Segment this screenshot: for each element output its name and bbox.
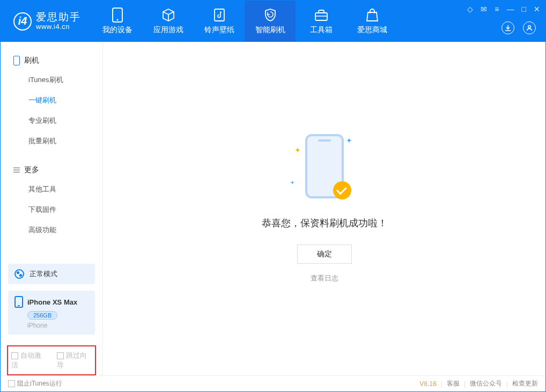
sidebar-group-more: 更多 xyxy=(1,161,102,179)
sidebar: 刷机 iTunes刷机 一键刷机 专业刷机 批量刷机 更多 其他工具 下载固件 … xyxy=(1,42,102,375)
header-actions xyxy=(501,21,536,34)
status-card[interactable]: 正常模式 xyxy=(8,264,95,284)
tab-toolbox[interactable]: 工具箱 xyxy=(296,1,346,42)
download-icon[interactable] xyxy=(501,21,514,34)
sidebar-item-advanced[interactable]: 高级功能 xyxy=(1,220,102,240)
user-icon[interactable] xyxy=(523,21,536,34)
sidebar-item-itunes-flash[interactable]: iTunes刷机 xyxy=(1,70,102,90)
close-button[interactable]: ✕ xyxy=(534,5,540,13)
titlebar-controls: ◇ ✉ ≡ — □ ✕ xyxy=(467,5,540,13)
skin-icon[interactable]: ◇ xyxy=(467,5,473,13)
sidebar-item-oneclick-flash[interactable]: 一键刷机 xyxy=(1,90,102,110)
group-title: 刷机 xyxy=(24,56,39,65)
version-label: V8.16 xyxy=(419,380,436,388)
support-link[interactable]: 客服 xyxy=(447,379,460,388)
list-icon xyxy=(13,167,20,173)
tab-label: 我的设备 xyxy=(102,25,132,35)
device-phone-icon xyxy=(14,296,23,308)
sidebar-item-download-firmware[interactable]: 下载固件 xyxy=(1,199,102,220)
cube-icon xyxy=(161,8,176,23)
group-title: 更多 xyxy=(24,165,39,175)
svg-rect-2 xyxy=(215,9,224,21)
success-illustration: ✦ ✦ ✦ xyxy=(287,134,362,204)
feedback-icon[interactable]: ✉ xyxy=(481,5,487,13)
app-logo: i4 爱思助手 www.i4.cn xyxy=(1,12,88,31)
logo-icon: i4 xyxy=(13,12,32,31)
sidebar-item-pro-flash[interactable]: 专业刷机 xyxy=(1,110,102,131)
app-url: www.i4.cn xyxy=(36,23,81,31)
checkbox-auto-activate[interactable]: 自动激活 xyxy=(11,351,46,370)
tab-label: 应用游戏 xyxy=(153,25,183,35)
menu-icon[interactable]: ≡ xyxy=(495,5,499,13)
sparkle-icon: ✦ xyxy=(346,136,352,145)
device-icon xyxy=(110,8,125,23)
checkmark-badge-icon xyxy=(333,181,351,199)
wechat-link[interactable]: 微信公众号 xyxy=(470,379,502,388)
device-name: iPhone XS Max xyxy=(27,298,77,306)
view-log-link[interactable]: 查看日志 xyxy=(311,273,338,283)
mode-icon xyxy=(14,269,24,279)
storage-badge: 256GB xyxy=(27,311,57,320)
status-mode: 正常模式 xyxy=(29,269,57,279)
maximize-button[interactable]: □ xyxy=(522,5,526,13)
bag-icon xyxy=(365,8,380,23)
tab-label: 智能刷机 xyxy=(255,25,285,35)
confirm-button[interactable]: 确定 xyxy=(297,245,352,264)
phone-outline-icon xyxy=(13,56,20,65)
sidebar-item-batch-flash[interactable]: 批量刷机 xyxy=(1,131,102,151)
device-type: iPhone xyxy=(27,322,88,329)
tab-store[interactable]: 爱思商城 xyxy=(346,1,397,42)
sparkle-icon: ✦ xyxy=(294,146,301,154)
svg-point-5 xyxy=(528,26,531,28)
tab-flash[interactable]: 智能刷机 xyxy=(245,1,296,42)
tab-apps[interactable]: 应用游戏 xyxy=(143,1,194,42)
sparkle-icon: ✦ xyxy=(290,180,294,186)
device-card[interactable]: iPhone XS Max 256GB iPhone xyxy=(8,291,95,335)
svg-point-1 xyxy=(116,19,118,21)
tab-my-device[interactable]: 我的设备 xyxy=(92,1,143,42)
tab-label: 爱思商城 xyxy=(357,25,387,35)
checkbox-skip-guide[interactable]: 跳过向导 xyxy=(57,351,92,370)
svg-rect-3 xyxy=(315,13,327,20)
main-tabs: 我的设备 应用游戏 铃声壁纸 智能刷机 工具箱 爱思商城 xyxy=(92,1,397,42)
toolbox-icon xyxy=(314,8,329,23)
check-update-link[interactable]: 检查更新 xyxy=(512,379,538,388)
success-message: 恭喜您，保资料刷机成功啦！ xyxy=(262,217,387,230)
tab-ringtones[interactable]: 铃声壁纸 xyxy=(194,1,245,42)
bottom-options-highlight: 自动激活 跳过向导 xyxy=(7,345,96,375)
app-name: 爱思助手 xyxy=(36,12,81,23)
minimize-button[interactable]: — xyxy=(507,5,514,13)
header: i4 爱思助手 www.i4.cn 我的设备 应用游戏 铃声壁纸 智能刷机 工具… xyxy=(1,1,545,42)
tab-label: 铃声壁纸 xyxy=(204,25,234,35)
tab-label: 工具箱 xyxy=(310,25,333,35)
footer: 阻止iTunes运行 V8.16 | 客服 | 微信公众号 | 检查更新 xyxy=(1,375,545,391)
checkbox-block-itunes[interactable]: 阻止iTunes运行 xyxy=(8,379,62,388)
music-icon xyxy=(212,8,227,23)
sidebar-item-other-tools[interactable]: 其他工具 xyxy=(1,179,102,199)
sidebar-group-flash: 刷机 xyxy=(1,51,102,70)
main-content: ✦ ✦ ✦ 恭喜您，保资料刷机成功啦！ 确定 查看日志 xyxy=(102,42,545,375)
shield-icon xyxy=(263,8,278,23)
